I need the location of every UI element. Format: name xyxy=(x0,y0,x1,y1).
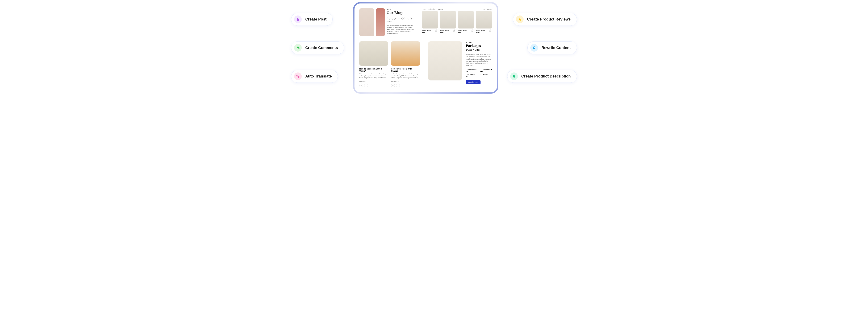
shield-edit-icon xyxy=(530,44,538,52)
create-comments-pill[interactable]: Create Comments xyxy=(291,41,344,54)
comments-icon xyxy=(294,44,302,52)
side-pills-left: Create Post Create Comments 文A Auto Tran… xyxy=(291,13,344,83)
star-icon xyxy=(516,16,524,23)
product-card[interactable]: Velvet Yellow $220 🛍 xyxy=(440,11,456,33)
feature-item: LIVING ROOM SET xyxy=(480,69,492,72)
promo-section: SPRING Packages $4266-/ Only Rosen activ… xyxy=(428,41,492,87)
create-post-label: Create Post xyxy=(305,17,327,22)
filter-label: Filter: xyxy=(422,8,426,10)
promo-title: Packages xyxy=(466,43,492,48)
heart-icon[interactable]: ♡ xyxy=(391,84,395,87)
product-card[interactable]: Velvet Yellow $130 🛍 xyxy=(476,11,492,33)
product-image xyxy=(440,11,456,29)
product-price: $380 xyxy=(458,31,467,33)
post-title: How To Set Room With 4 Chairs? xyxy=(391,68,420,72)
svg-rect-4 xyxy=(534,48,535,48)
promo-eyebrow: SPRING xyxy=(466,41,492,43)
product-name: Velvet Yellow xyxy=(476,30,485,31)
get-offer-button[interactable]: Get Offer Now xyxy=(466,80,480,84)
blog-thumb-1 xyxy=(359,8,374,36)
feature-item: OCCACIONAL SET xyxy=(466,69,478,72)
product-card[interactable]: Velvet Yellow $120 🛍 xyxy=(422,11,438,33)
svg-rect-7 xyxy=(513,76,515,78)
blog-post: How To Set Room With 4 Chairs? Visit our… xyxy=(391,41,420,87)
rewrite-content-label: Rewrite Content xyxy=(541,46,571,50)
side-pills-right: Create Product Reviews Rewrite Content C… xyxy=(507,13,577,83)
create-reviews-label: Create Product Reviews xyxy=(527,17,571,22)
bag-icon[interactable]: 🛍 xyxy=(471,30,474,32)
product-name: Velvet Yellow xyxy=(458,30,467,31)
post-title: How To Set Room With 4 Chairs? xyxy=(359,68,388,72)
product-image xyxy=(422,11,438,29)
blogs-p1: Rosen allows you to amplify the aura of … xyxy=(386,17,414,23)
copy-icon xyxy=(510,72,518,80)
bag-icon[interactable]: 🛍 xyxy=(489,30,492,32)
document-icon xyxy=(294,16,302,23)
product-price: $120 xyxy=(422,31,431,33)
post-body: Visit our luxury furniture store in Rose… xyxy=(359,73,388,79)
heart-icon[interactable]: ♡ xyxy=(359,84,363,87)
rewrite-content-pill[interactable]: Rewrite Content xyxy=(527,41,577,54)
availability-dropdown[interactable]: Availability xyxy=(428,8,436,10)
product-price: $130 xyxy=(476,31,485,33)
post-image xyxy=(391,41,420,66)
product-name: Velvet Yellow xyxy=(422,30,431,31)
see-more-link[interactable]: See More >> xyxy=(359,80,368,82)
create-post-pill[interactable]: Create Post xyxy=(291,13,333,26)
create-reviews-pill[interactable]: Create Product Reviews xyxy=(513,13,577,26)
promo-body: Rosen actively offers deals that go well… xyxy=(466,54,492,66)
bag-icon[interactable]: 🛍 xyxy=(453,30,456,32)
see-more-link[interactable]: See More >> xyxy=(391,80,399,82)
create-desc-pill[interactable]: Create Product Description xyxy=(507,70,577,83)
create-comments-label: Create Comments xyxy=(305,46,338,50)
blog-thumb-2 xyxy=(376,8,385,36)
share-icon[interactable]: ⤴ xyxy=(364,84,368,87)
preview-card: READ Our Blogs Rosen allows you to ampli… xyxy=(354,3,497,92)
product-count: 124 Products xyxy=(483,8,492,10)
share-icon[interactable]: ⤴ xyxy=(396,84,400,87)
create-desc-label: Create Product Description xyxy=(521,74,571,79)
price-dropdown[interactable]: Price xyxy=(438,8,443,10)
product-name: Velvet Yellow xyxy=(440,30,449,31)
svg-rect-5 xyxy=(534,48,534,48)
catalog-section: Filter: Availability Price 124 Products … xyxy=(422,8,492,36)
auto-translate-pill[interactable]: 文A Auto Translate xyxy=(291,70,338,83)
feature-item: BEDROOM SET xyxy=(466,74,478,77)
blogs-title: Our Blogs xyxy=(386,10,418,15)
translate-icon: 文A xyxy=(294,72,302,80)
product-price: $220 xyxy=(440,31,449,33)
post-body: Visit our luxury furniture store in Rose… xyxy=(391,73,420,79)
auto-translate-label: Auto Translate xyxy=(305,74,332,79)
product-image xyxy=(458,11,474,29)
product-card[interactable]: Velvet Yellow $380 🛍 xyxy=(458,11,474,33)
blogs-p2: Visit our luxury furniture store in Rose… xyxy=(386,25,414,34)
blogs-section: READ Our Blogs Rosen allows you to ampli… xyxy=(359,8,418,36)
post-image xyxy=(359,41,388,66)
bag-icon[interactable]: 🛍 xyxy=(435,30,438,32)
product-image xyxy=(476,11,492,29)
blogs-eyebrow: READ xyxy=(386,8,418,10)
promo-price: $4266-/ Only xyxy=(466,48,492,51)
svg-text:文: 文 xyxy=(297,75,298,76)
promo-image xyxy=(428,41,462,81)
feature-item: FREE TV xyxy=(480,74,492,77)
blog-post: How To Set Room With 4 Chairs? Visit our… xyxy=(359,41,388,87)
